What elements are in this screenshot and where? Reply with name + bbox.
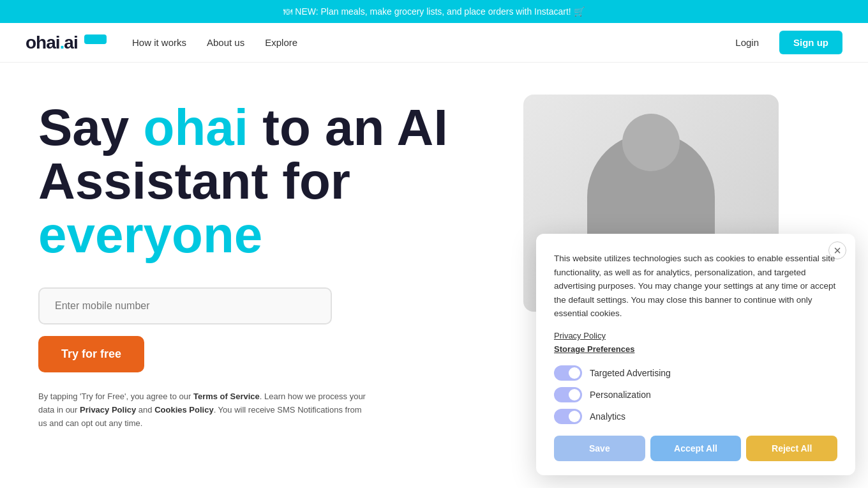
hero-title: Say ohai to an AIAssistant foreveryone [38, 101, 523, 262]
disclaimer-mid2: and [136, 405, 154, 415]
targeted-advertising-toggle[interactable] [554, 365, 582, 381]
cookie-body-text: This website utilizes technologies such … [554, 252, 837, 321]
nav-right: Login Sign up [725, 31, 842, 54]
beta-badge: BETA [84, 34, 106, 44]
reject-all-button[interactable]: Reject All [746, 436, 837, 461]
logo-area[interactable]: ohai.ai BETA [26, 33, 107, 53]
login-button[interactable]: Login [725, 32, 769, 53]
nav-how-it-works[interactable]: How it works [132, 37, 186, 48]
analytics-row: Analytics [554, 409, 837, 424]
cookie-consent-modal: × This website utilizes technologies suc… [536, 234, 855, 475]
title-ohai: ohai [144, 99, 248, 156]
analytics-toggle[interactable] [554, 409, 582, 424]
hero-left: Say ohai to an AIAssistant foreveryone T… [38, 101, 523, 430]
close-icon: × [834, 243, 841, 258]
nav-about-us[interactable]: About us [207, 37, 244, 48]
announcement-banner: 🍽 NEW: Plan meals, make grocery lists, a… [0, 0, 868, 23]
mobile-input[interactable] [38, 287, 332, 324]
navbar: ohai.ai BETA How it works About us Explo… [0, 23, 868, 63]
privacy-policy-link-inline[interactable]: Privacy Policy [80, 405, 136, 415]
disclaimer-text: By tapping 'Try for Free', you agree to … [38, 390, 370, 430]
targeted-advertising-label: Targeted Advertising [590, 368, 671, 378]
analytics-label: Analytics [590, 411, 625, 422]
nav-explore[interactable]: Explore [265, 37, 297, 48]
personalization-label: Personalization [590, 390, 651, 400]
logo[interactable]: ohai.ai BETA [26, 33, 107, 53]
accept-all-button[interactable]: Accept All [650, 436, 742, 461]
disclaimer-prefix: By tapping 'Try for Free', you agree to … [38, 392, 193, 401]
terms-of-service-link[interactable]: Terms of Service [193, 392, 260, 401]
cookies-policy-link[interactable]: Cookies Policy [154, 405, 213, 415]
personalization-row: Personalization [554, 387, 837, 402]
privacy-policy-link[interactable]: Privacy Policy [554, 331, 837, 340]
cookie-buttons: Save Accept All Reject All [554, 436, 837, 461]
storage-preferences-link[interactable]: Storage Preferences [554, 344, 837, 354]
targeted-advertising-row: Targeted Advertising [554, 365, 837, 381]
banner-text: 🍽 NEW: Plan meals, make grocery lists, a… [283, 6, 584, 17]
try-for-free-button[interactable]: Try for free [38, 336, 144, 372]
title-everyone: everyone [38, 206, 262, 263]
signup-button[interactable]: Sign up [779, 31, 842, 54]
nav-links: How it works About us Explore [132, 37, 725, 48]
personalization-toggle[interactable] [554, 387, 582, 402]
title-say: Say [38, 99, 144, 156]
save-button[interactable]: Save [554, 436, 645, 461]
cookie-close-button[interactable]: × [828, 241, 846, 259]
